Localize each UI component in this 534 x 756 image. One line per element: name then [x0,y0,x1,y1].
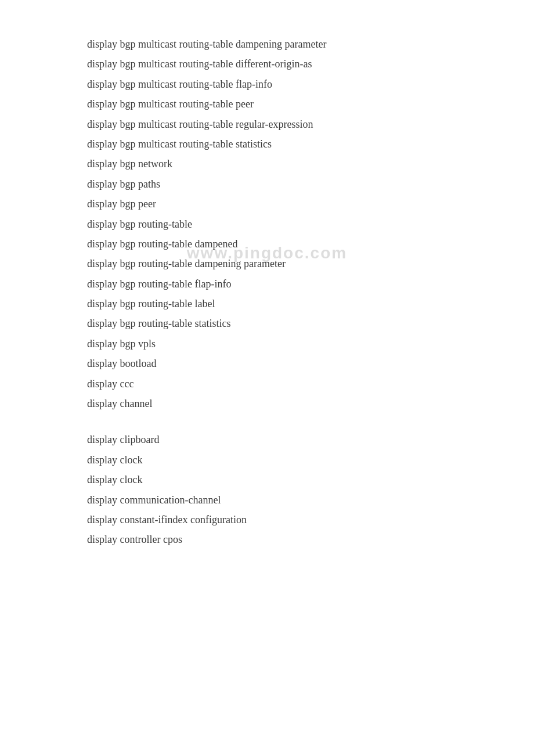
main-content: display bgp multicast routing-table damp… [0,0,534,585]
section-spacer [87,414,447,430]
list-item: display constant-ifindex configuration [87,510,447,529]
list-item: display bootload [87,354,447,373]
list-item: display channel [87,394,447,413]
list-item: display bgp peer [87,195,447,213]
list-item: display bgp routing-table flap-info [87,275,447,293]
list-item: display bgp multicast routing-table regu… [87,115,447,134]
list-item: display clock [87,451,447,469]
list-item: display bgp routing-table statistics [87,314,447,333]
list-item: display bgp routing-table dampening para… [87,254,447,273]
list-item: display bgp network [87,154,447,173]
list-item: display ccc [87,375,447,393]
list-item: display bgp vpls [87,334,447,353]
list-item: display communication-channel [87,491,447,509]
list-item: display controller cpos [87,530,447,549]
list-item: display bgp multicast routing-table stat… [87,135,447,153]
list-item: display bgp routing-table label [87,294,447,313]
list-item: display bgp paths [87,175,447,193]
list-item: display clipboard [87,430,447,449]
list-item: display bgp multicast routing-table flap… [87,75,447,93]
items-list: display bgp multicast routing-table damp… [87,35,447,413]
list-item: display bgp multicast routing-table damp… [87,35,447,53]
list-item: display clock [87,470,447,489]
list-item: display bgp routing-table dampened [87,235,447,253]
list-item: display bgp multicast routing-table diff… [87,55,447,73]
list-item: display bgp multicast routing-table peer [87,95,447,113]
list-item: display bgp routing-table [87,215,447,233]
items-after-gap-list: display clipboarddisplay clockdisplay cl… [87,430,447,549]
